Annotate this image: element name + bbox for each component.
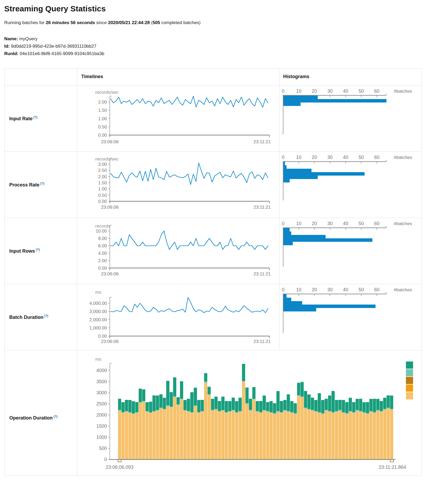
stacked-bar-segment [204, 373, 207, 381]
stacked-bar-segment [363, 413, 366, 459]
timeline-series-line [111, 163, 268, 185]
operation-duration-help-icon[interactable]: (?) [53, 415, 57, 418]
hist-x-tick-label: 40 [343, 287, 348, 292]
y-axis-tick-label: 0.00 [98, 199, 107, 204]
stacked-bar-segment [266, 402, 269, 411]
streaming-query-statistics-page: Streaming Query Statistics Running batch… [0, 0, 448, 482]
input-rate-help-icon[interactable]: (?) [33, 115, 37, 119]
stacked-bar-segment [204, 381, 207, 383]
hist-bin-bar [283, 96, 318, 99]
process-rate-help-icon[interactable]: (?) [40, 182, 44, 185]
stacked-bar-segment [252, 399, 255, 399]
stacked-bar-segment [287, 411, 290, 412]
stacked-bar-segment [266, 412, 269, 459]
stacked-bar-segment [390, 409, 393, 459]
input-rows-help-icon[interactable]: (?) [36, 248, 40, 252]
hist-x-tick-label: 50 [359, 287, 364, 292]
batch-duration-histogram-chart: 0102030405060#batches [275, 284, 421, 350]
batch-duration-help-icon[interactable]: (?) [44, 314, 48, 318]
stacked-bar-segment [263, 396, 266, 410]
stacked-bar-segment [232, 410, 235, 411]
y-axis-tick-label: 0 [104, 457, 107, 462]
stacked-bar-segment [201, 411, 204, 412]
stacked-bar-segment [183, 400, 187, 410]
stacked-bar-segment [225, 401, 228, 412]
histograms-column-header: Histograms [283, 74, 309, 79]
stacked-bar-segment [356, 410, 359, 410]
table-left-border [4, 68, 5, 476]
stacked-bar-segment [332, 413, 335, 459]
y-axis-tick-label: 1,000.00 [89, 325, 107, 331]
stacked-bar-segment [387, 408, 390, 459]
stacked-bar-segment [173, 396, 176, 397]
stacked-bar-segment [297, 395, 300, 396]
query-runid-row: RunId: 04e101e6-8bf8-4165-9099-9104c951b… [4, 50, 104, 57]
hist-bin-bar [283, 169, 311, 172]
hist-bin-bar [283, 305, 375, 308]
stacked-bar-segment [132, 401, 135, 413]
y-axis-tick-label: 1000 [96, 435, 107, 440]
stacked-bar-segment [197, 412, 200, 413]
stacked-bar-segment [238, 412, 242, 459]
x-axis-end-label: 23:11:21.864 [379, 465, 406, 470]
timelines-column-header: Timelines [81, 74, 103, 79]
stacked-bar-segment [366, 413, 369, 414]
legend-swatch [406, 369, 413, 376]
stacked-bar-segment [194, 406, 197, 459]
stacked-bar-segment [259, 401, 263, 412]
stacked-bar-segment [132, 413, 135, 414]
stacked-bar-segment [266, 411, 269, 412]
id-label: Id: [4, 44, 10, 49]
stacked-bar-segment [146, 412, 149, 459]
stacked-bar-segment [363, 402, 366, 412]
hist-bin-bar [283, 235, 325, 238]
query-id-row: Id: 9d0dd219-995d-423e-b97d-36931110bb27 [4, 43, 104, 50]
stacked-bar-segment [273, 414, 276, 459]
row-label-operation-duration: Operation Duration(?) [9, 415, 57, 421]
hist-bin-bar [283, 228, 290, 231]
running-batches-summary: Running batches for 26 minutes 56 second… [4, 20, 201, 25]
stacked-bar-segment [121, 413, 125, 459]
hist-x-tick-label: 50 [359, 221, 364, 226]
stacked-bar-segment [187, 399, 190, 411]
stacked-bar-segment [149, 413, 152, 459]
stacked-bar-segment [211, 410, 214, 411]
y-axis-tick-label: 2500 [96, 401, 107, 407]
stacked-bar-segment [321, 413, 324, 414]
x-axis-start-label: 23:06:06.093 [106, 465, 133, 470]
stacked-bar-segment [139, 389, 142, 402]
stacked-bar-segment [121, 412, 125, 413]
y-axis-tick-label: 2,000.00 [89, 317, 107, 322]
process-rate-timeline-chart: records/sec3.002.502.001.501.000.500.002… [79, 151, 275, 218]
stacked-bar-segment [314, 411, 318, 412]
input-rows-histogram-chart: 0102030405060#batches [275, 218, 421, 284]
y-axis-tick-label: 2.00 [98, 174, 107, 179]
stacked-bar-segment [318, 412, 321, 413]
stacked-bar-segment [190, 392, 193, 412]
x-axis-start-label: 23:06:06 [101, 339, 119, 344]
stacked-bar-segment [170, 407, 173, 459]
hist-bin-bar [283, 301, 302, 305]
stacked-bar-segment [132, 414, 135, 459]
stacked-bar-segment [342, 400, 345, 412]
stacked-bar-segment [128, 400, 132, 412]
hist-bin-bar [283, 242, 293, 245]
timeline-series-line [111, 96, 268, 107]
stacked-bar-segment [359, 412, 362, 459]
stacked-bar-segment [335, 400, 338, 411]
stacked-bar-segment [280, 413, 283, 459]
hist-x-tick-label: 30 [327, 287, 333, 292]
y-axis-tick-label: 3.00 [98, 162, 107, 167]
stacked-bar-segment [352, 413, 355, 459]
stacked-bar-segment [149, 402, 152, 412]
y-axis-tick-label: 0.50 [98, 124, 107, 130]
stacked-bar-segment [373, 412, 376, 413]
stacked-bar-segment [152, 411, 156, 412]
stacked-bar-segment [245, 403, 248, 404]
x-axis-start-label: 23:06:06 [101, 139, 119, 144]
hist-x-tick-label: 20 [312, 221, 317, 226]
stacked-bar-segment [135, 413, 138, 459]
y-axis-unit-label: records [95, 224, 110, 229]
stacked-bar-segment [146, 411, 149, 412]
y-axis-tick-label: 3500 [96, 379, 107, 384]
